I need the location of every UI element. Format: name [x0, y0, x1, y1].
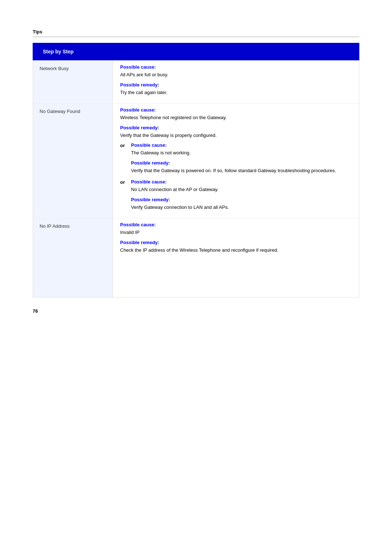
possible-remedy-label: Possible remedy: — [131, 197, 352, 202]
row-left-label: No IP Address — [33, 218, 113, 297]
remedy-text: Check the IP address of the Wireless Tel… — [120, 247, 352, 254]
table-row: Network Busy Possible cause: All APs are… — [33, 61, 359, 104]
possible-remedy-label: Possible remedy: — [120, 125, 352, 130]
possible-cause-label: Possible cause: — [120, 222, 352, 227]
possible-cause-label: Possible cause: — [120, 107, 352, 113]
page-number: 76 — [33, 308, 359, 314]
cause-text: All APs are full or busy. — [120, 71, 352, 78]
tips-section: Tips — [33, 29, 359, 37]
table-row: No Gateway Found Possible cause: Wireles… — [33, 104, 359, 218]
cause-text: No LAN connection at the AP or Gateway. — [131, 186, 352, 193]
cause-text: Invalid IP — [120, 229, 352, 236]
possible-cause-label: Possible cause: — [131, 142, 352, 148]
table-header-title: Step by Step — [38, 46, 354, 57]
or-block: or Possible cause: The Gateway is not wo… — [120, 142, 352, 175]
row-right-content: Possible cause: Wireless Telephone not r… — [113, 104, 359, 218]
table-body: Network Busy Possible cause: All APs are… — [33, 60, 359, 297]
page-container: Tips Step by Step Network Busy Possible … — [0, 0, 392, 336]
tips-label: Tips — [33, 29, 359, 37]
or-block: or Possible cause: No LAN connection at … — [120, 179, 352, 212]
possible-remedy-label: Possible remedy: — [131, 160, 352, 166]
possible-remedy-label: Possible remedy: — [120, 240, 352, 245]
row-right-content: Possible cause: Invalid IP Possible reme… — [113, 218, 359, 297]
row-right-content: Possible cause: All APs are full or busy… — [113, 61, 359, 103]
remedy-text: Try the call again later. — [120, 89, 352, 96]
table-row: No IP Address Possible cause: Invalid IP… — [33, 218, 359, 297]
or-label: or — [120, 142, 131, 148]
cause-text: Wireless Telephone not registered on the… — [120, 114, 352, 121]
cause-text: The Gateway is not working. — [131, 149, 352, 157]
or-label: or — [120, 179, 131, 185]
remedy-text: Verify Gateway connection to LAN and all… — [131, 204, 352, 211]
table-header-row: Step by Step — [33, 43, 359, 60]
possible-remedy-label: Possible remedy: — [120, 82, 352, 88]
step-by-step-table: Step by Step Network Busy Possible cause… — [33, 43, 359, 297]
row-left-label: No Gateway Found — [33, 104, 113, 218]
row-left-label: Network Busy — [33, 61, 113, 103]
possible-cause-label: Possible cause: — [120, 64, 352, 70]
possible-cause-label: Possible cause: — [131, 179, 352, 185]
remedy-text: Verify that the Gateway is properly conf… — [120, 132, 352, 139]
remedy-text: Verify that the Gateway is powered on. I… — [131, 167, 352, 174]
or-content: Possible cause: No LAN connection at the… — [131, 179, 352, 212]
or-content: Possible cause: The Gateway is not worki… — [131, 142, 352, 175]
